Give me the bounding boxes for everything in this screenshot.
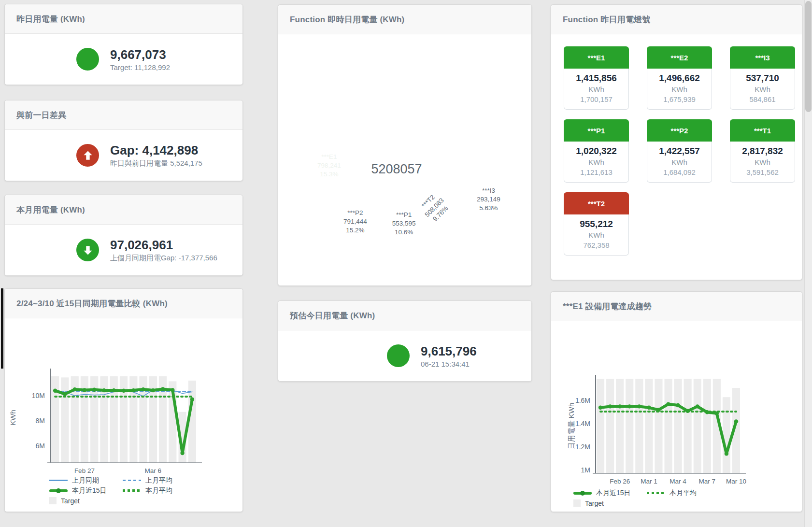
- lamp-tile-body: 1,415,856KWh1,700,157: [564, 69, 629, 110]
- lamp-tile-value: 1,020,322: [564, 145, 628, 157]
- blue-dash-swatch-icon: [123, 480, 141, 481]
- lamp-tile-E2: ***E21,496,662KWh1,675,939: [647, 46, 712, 110]
- lamp-tile-unit: KWh: [647, 157, 712, 167]
- trend-chart: 1M1.2M1.4M1.6MFeb 26Mar 1Mar 4Mar 7Mar 1…: [551, 321, 803, 513]
- lamp-tile-I3: ***I3537,710KWh584,861: [730, 46, 795, 110]
- page-scrollbar[interactable]: [804, 0, 812, 527]
- lamp-tile-body: 537,710KWh584,861: [730, 69, 795, 110]
- legend-label: 上月平均: [145, 476, 172, 485]
- card-e1-trend-chart: ***E1 設備用電達成趨勢 1M1.2M1.4M1.6MFeb 26Mar 1…: [551, 291, 802, 512]
- legend-row: Target: [573, 498, 697, 508]
- realtime-usage-donut-chart: ***T11,413,18327.1%***I3293,1495.63%***T…: [278, 34, 532, 286]
- svg-text:Mar 6: Mar 6: [145, 467, 162, 474]
- svg-text:Mar 1: Mar 1: [641, 478, 657, 485]
- card-title: ***E1 設備用電達成趨勢: [563, 301, 652, 312]
- lamp-tile-target: 1,700,157: [564, 94, 628, 104]
- card-header: 本月用電量 (KWh): [5, 195, 242, 225]
- lamp-tile-P1: ***P11,020,322KWh1,121,613: [564, 119, 629, 183]
- card-title: 本月用電量 (KWh): [16, 204, 85, 215]
- svg-text:***P2791,44415.2%: ***P2791,44415.2%: [343, 209, 367, 234]
- lamp-tile-unit: KWh: [564, 157, 628, 167]
- lamp-tile-unit: KWh: [564, 230, 628, 240]
- svg-text:1.2M: 1.2M: [575, 443, 590, 451]
- kpi-value: Gap: 4,142,898: [110, 143, 202, 157]
- card-title: 預估今日用電量 (KWh): [290, 310, 375, 321]
- legend-item: Target: [49, 497, 80, 505]
- lamp-tile-body: 955,212KWh762,358: [564, 214, 629, 256]
- card-month-usage: 本月用電量 (KWh) 97,026,961 上個月同期用電Gap: -17,3…: [4, 195, 243, 276]
- card-day-gap: 與前一日差異 Gap: 4,142,898 昨日與前日用電量 5,524,175: [4, 100, 243, 181]
- legend-label: 本月平均: [670, 489, 697, 498]
- lamp-tile-label: ***P2: [647, 119, 712, 142]
- legend-item: 上月同期: [49, 476, 123, 485]
- svg-text:***P1553,59510.6%: ***P1553,59510.6%: [392, 211, 416, 236]
- card-header: 預估今日用電量 (KWh): [278, 301, 531, 330]
- legend-item: 本月近15日: [49, 486, 123, 495]
- kpi-row: Gap: 4,142,898 昨日與前日用電量 5,524,175: [5, 130, 242, 181]
- legend-item: Target: [573, 499, 604, 507]
- legend-row: Target: [49, 496, 172, 506]
- lamp-tile-target: 1,121,613: [564, 167, 628, 177]
- kpi-value: 9,615,796: [421, 344, 477, 358]
- lamp-tile-target: 584,861: [730, 94, 795, 104]
- green-status-circle-icon: [387, 344, 410, 367]
- arrow-up-icon: [76, 144, 99, 167]
- kpi-row: 9,667,073 Target: 11,128,992: [5, 34, 242, 85]
- svg-text:***I3293,1495.63%: ***I3293,1495.63%: [477, 187, 500, 212]
- legend-item: 本月平均: [123, 486, 172, 495]
- lamp-tile-value: 1,415,856: [564, 72, 628, 84]
- svg-text:1.4M: 1.4M: [575, 420, 590, 427]
- card-title: Function 昨日用電燈號: [563, 14, 650, 25]
- card-title: 昨日用電量 (KWh): [16, 14, 85, 25]
- legend-label: Target: [585, 499, 604, 507]
- lamp-tile-value: 537,710: [730, 72, 795, 84]
- green-status-circle-icon: [76, 48, 99, 71]
- card-header: 與前一日差異: [5, 100, 242, 130]
- lamp-tile-label: ***E1: [564, 46, 629, 69]
- lamp-tiles: ***E11,415,856KWh1,700,157***E21,496,662…: [564, 46, 795, 256]
- lamp-tile-T1: ***T12,817,832KWh3,591,562: [730, 119, 795, 183]
- legend-label: 本月近15日: [596, 489, 631, 498]
- card-yesterday-usage: 昨日用電量 (KWh) 9,667,073 Target: 11,128,992: [4, 4, 243, 85]
- compare-chart-legend: 上月同期上月平均本月近15日本月平均Target: [49, 475, 172, 506]
- scrollbar-thumb[interactable]: [805, 1, 812, 112]
- kpi-value: 97,026,961: [110, 238, 217, 252]
- kpi-row: 97,026,961 上個月同期用電Gap: -17,377,566: [5, 225, 242, 275]
- lamp-tile-label: ***I3: [730, 46, 795, 69]
- card-title: 2/24~3/10 近15日同期用電量比較 (KWh): [16, 298, 168, 309]
- legend-item: 本月近15日: [573, 489, 647, 498]
- svg-text:5208057: 5208057: [371, 162, 422, 176]
- svg-text:Feb 26: Feb 26: [610, 478, 630, 485]
- kpi-subtitle: 上個月同期用電Gap: -17,377,566: [110, 254, 217, 263]
- svg-text:Feb 27: Feb 27: [74, 467, 95, 474]
- card-realtime-donut: Function 即時日用電量 (KWh) ***T11,413,18327.1…: [278, 4, 532, 286]
- lamp-tile-value: 2,817,832: [730, 145, 795, 157]
- card-15day-compare-chart: 2/24~3/10 近15日同期用電量比較 (KWh) 6M8M10MFeb 2…: [4, 288, 243, 512]
- lamp-tile-T2: ***T2955,212KWh762,358: [564, 192, 629, 256]
- green-thick-swatch-icon: [573, 492, 592, 495]
- trend-chart-legend: 本月近15日本月平均Target: [573, 488, 697, 508]
- svg-text:日用電量 KWh: 日用電量 KWh: [567, 403, 575, 450]
- target-box-swatch-icon: [573, 499, 581, 507]
- lamp-tile-target: 1,684,092: [647, 167, 712, 177]
- svg-text:1M: 1M: [581, 466, 590, 474]
- lamp-tile-body: 1,422,557KWh1,684,092: [647, 142, 712, 183]
- card-header: ***E1 設備用電達成趨勢: [551, 292, 802, 321]
- card-header: Function 昨日用電燈號: [551, 5, 802, 34]
- svg-text:10M: 10M: [32, 392, 45, 399]
- lamp-tile-label: ***P1: [564, 119, 629, 142]
- lamp-tile-target: 762,358: [564, 240, 628, 250]
- lamp-tile-label: ***E2: [647, 46, 712, 69]
- legend-item: 本月平均: [647, 489, 697, 498]
- kpi-subtitle: Target: 11,128,992: [110, 63, 170, 71]
- kpi-value: 9,667,073: [110, 47, 170, 62]
- lamp-tile-value: 955,212: [564, 218, 628, 230]
- svg-text:6M: 6M: [36, 442, 45, 450]
- lamp-tile-label: ***T2: [564, 192, 629, 214]
- green-dots-swatch-icon: [123, 489, 141, 492]
- card-title: Function 即時日用電量 (KWh): [290, 14, 404, 25]
- card-header: 2/24~3/10 近15日同期用電量比較 (KWh): [5, 289, 242, 318]
- lamp-tile-unit: KWh: [730, 84, 795, 94]
- card-yesterday-lamps: Function 昨日用電燈號 ***E11,415,856KWh1,700,1…: [551, 4, 802, 280]
- svg-text:***T2508,0839.76%: ***T2508,0839.76%: [417, 190, 452, 225]
